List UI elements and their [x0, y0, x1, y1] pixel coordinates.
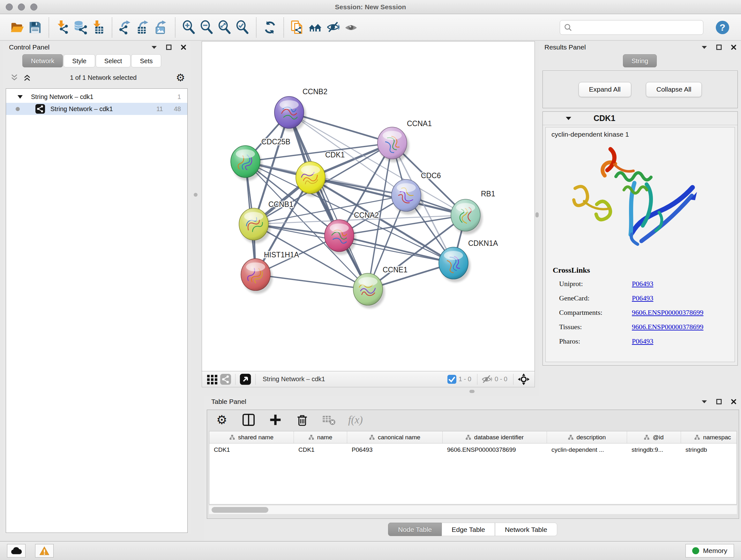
results-float-icon[interactable]	[716, 44, 722, 50]
network-node-CCNB2[interactable]	[274, 97, 306, 132]
bottom-splitter-grip[interactable]	[469, 390, 475, 393]
zoom-in-button[interactable]	[180, 17, 198, 37]
tab-style[interactable]: Style	[64, 54, 95, 67]
import-table-button[interactable]	[89, 17, 107, 37]
network-badge-gray-icon[interactable]	[220, 374, 231, 385]
table-collapse-icon[interactable]	[701, 400, 707, 403]
column-header-database-identifier[interactable]: database identifier	[443, 431, 547, 443]
cloud-status-button[interactable]	[7, 544, 25, 557]
tab-network-table[interactable]: Network Table	[495, 523, 557, 536]
network-node-CDK1[interactable]	[296, 162, 327, 197]
network-edge[interactable]	[339, 236, 454, 263]
tab-string[interactable]: String	[623, 54, 657, 67]
column-header-description[interactable]: description	[547, 431, 627, 443]
protein-collapse-caret-icon[interactable]	[566, 117, 571, 120]
open-session-button[interactable]	[8, 17, 26, 37]
selected-node-edge-count: 1 - 0	[459, 375, 471, 383]
show-results-button[interactable]	[342, 17, 360, 37]
birds-eye-view-icon[interactable]	[517, 373, 530, 386]
network-edge[interactable]	[311, 178, 466, 215]
string-home-button[interactable]	[307, 17, 324, 37]
zoom-fit-button[interactable]	[216, 17, 233, 37]
show-columns-icon[interactable]	[241, 412, 256, 428]
network-edge[interactable]	[289, 112, 368, 289]
import-network-icon	[55, 20, 70, 35]
protein-name: CDK1	[594, 114, 615, 123]
window-title: Session: New Session	[0, 0, 741, 14]
column-header-shared-name[interactable]: shared name	[209, 431, 294, 443]
export-network-button[interactable]	[117, 17, 135, 37]
panel-close-icon[interactable]	[181, 44, 186, 50]
table-float-icon[interactable]	[716, 399, 722, 405]
search-input[interactable]	[576, 23, 699, 31]
table-options-gear-icon[interactable]: ⚙	[214, 412, 229, 428]
column-header-canonical-name[interactable]: canonical name	[347, 431, 443, 443]
hidden-eye-slash-icon[interactable]	[481, 374, 493, 385]
network-node-CDKN1A[interactable]	[439, 247, 470, 282]
network-options-gear-icon[interactable]: ⚙	[176, 72, 185, 83]
toolbar-separator	[256, 17, 257, 37]
panel-collapse-icon[interactable]	[151, 45, 157, 49]
table-scrollbar-thumb[interactable]	[212, 507, 268, 513]
right-splitter-grip[interactable]	[536, 212, 539, 217]
column-header-@id[interactable]: @id	[627, 431, 681, 443]
network-node-CDC6[interactable]	[392, 179, 423, 214]
collapse-all-networks-icon[interactable]	[11, 74, 18, 81]
open-in-new-window-icon[interactable]	[239, 373, 252, 385]
zoom-out-button[interactable]	[198, 17, 216, 37]
expand-all-button[interactable]: Expand All	[579, 82, 631, 97]
network-node-RB1[interactable]	[451, 199, 482, 234]
panel-float-icon[interactable]	[166, 44, 172, 50]
delete-table-icon[interactable]	[321, 412, 337, 428]
crosslink-link[interactable]: P06493	[632, 276, 653, 291]
svg-text:?: ?	[720, 22, 725, 33]
create-column-plus-icon[interactable]	[268, 412, 283, 428]
warnings-button[interactable]	[35, 544, 54, 557]
memory-button[interactable]: Memory	[685, 544, 734, 557]
expand-all-networks-icon[interactable]	[23, 74, 30, 81]
tab-select[interactable]: Select	[96, 54, 131, 67]
tab-edge-table[interactable]: Edge Table	[442, 523, 495, 536]
network-node-CCNA1[interactable]	[378, 127, 409, 162]
column-header-name[interactable]: name	[294, 431, 347, 443]
crosslink-row: Pharos:P06493	[546, 334, 735, 348]
crosslink-link[interactable]: P06493	[632, 291, 653, 305]
table-row[interactable]: CDK1CDK1P064939606.ENSP00000378699cyclin…	[209, 443, 737, 456]
tab-node-table[interactable]: Node Table	[388, 523, 442, 536]
network-item-row[interactable]: String Network – cdk1 11 48	[6, 103, 187, 115]
control-panel-tabs: NetworkStyleSelectSets	[22, 54, 191, 67]
column-header-namespac[interactable]: namespac	[681, 431, 737, 443]
network-canvas[interactable]: CCNB2CCNA1CDC25BCDK1CDC6RB1CCNB1CCNA2CDK…	[202, 41, 535, 371]
collapse-all-button[interactable]: Collapse All	[646, 82, 702, 97]
table-horizontal-scrollbar[interactable]	[209, 505, 737, 514]
refresh-button[interactable]	[261, 17, 279, 37]
import-network-button[interactable]	[54, 17, 71, 37]
grid-view-icon[interactable]	[206, 374, 218, 385]
crosslink-link[interactable]: 9606.ENSP00000378699	[632, 320, 703, 334]
selected-checkbox-icon[interactable]	[447, 374, 457, 384]
network-node-CCNE1[interactable]	[353, 273, 385, 308]
results-close-icon[interactable]	[731, 44, 737, 50]
tab-sets[interactable]: Sets	[131, 54, 161, 67]
tab-network[interactable]: Network	[22, 54, 63, 67]
help-button[interactable]: ?	[715, 20, 730, 35]
left-splitter-grip[interactable]	[194, 193, 198, 197]
table-close-icon[interactable]	[731, 399, 737, 405]
network-node-HIST1H1A[interactable]	[241, 259, 273, 294]
hide-results-button[interactable]	[324, 17, 342, 37]
copy-network-button[interactable]	[288, 17, 307, 37]
save-session-button[interactable]	[26, 17, 44, 37]
results-collapse-icon[interactable]	[701, 45, 707, 49]
import-network-database-button[interactable]	[71, 17, 89, 37]
export-image-button[interactable]	[152, 17, 171, 37]
search-box[interactable]	[560, 20, 703, 35]
collection-expand-caret-icon[interactable]	[17, 95, 23, 99]
function-builder-icon[interactable]: f(x)	[348, 414, 363, 426]
network-collection-row[interactable]: String Network – cdk1 1	[6, 91, 187, 103]
crosslink-link[interactable]: P06493	[632, 334, 653, 348]
crosslink-link[interactable]: 9606.ENSP00000378699	[632, 305, 703, 320]
export-table-button[interactable]	[135, 17, 152, 37]
network-node-CDC25B[interactable]	[231, 145, 262, 181]
delete-column-trash-icon[interactable]	[294, 412, 310, 428]
zoom-selected-button[interactable]	[233, 17, 252, 37]
